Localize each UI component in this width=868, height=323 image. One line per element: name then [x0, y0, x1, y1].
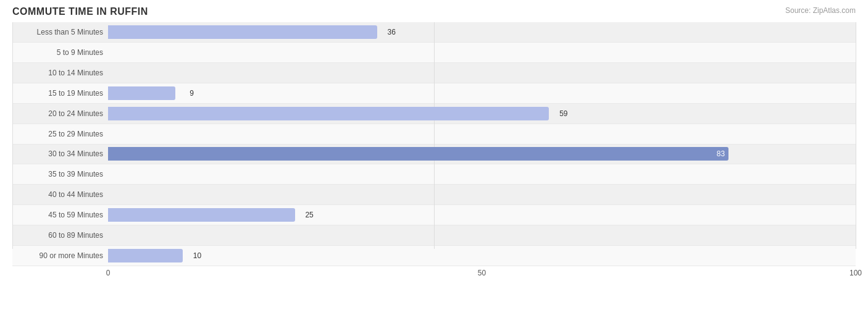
bar-value: 25	[305, 211, 313, 219]
bar-label: 60 to 89 Minutes	[12, 231, 108, 240]
bar-fill: 36	[108, 25, 377, 39]
bar-track	[108, 164, 856, 184]
bar-label: Less than 5 Minutes	[12, 28, 108, 36]
grid-line	[12, 22, 13, 249]
bar-label: 35 to 39 Minutes	[12, 170, 108, 178]
bar-row: 10 to 14 Minutes	[12, 63, 856, 83]
bar-fill: 9	[108, 86, 175, 100]
bar-track	[108, 185, 856, 204]
bar-value: 10	[193, 251, 201, 260]
bar-row: 60 to 89 Minutes	[12, 225, 856, 246]
bar-row: 20 to 24 Minutes59	[12, 104, 856, 124]
bar-track	[108, 225, 856, 245]
bar-track	[108, 43, 856, 62]
bar-value: 9	[190, 89, 194, 98]
bar-label: 15 to 19 Minutes	[12, 89, 108, 98]
x-axis-tick: 100	[849, 269, 862, 277]
bar-label: 40 to 44 Minutes	[12, 190, 108, 199]
bar-label: 20 to 24 Minutes	[12, 109, 108, 118]
x-axis-tick: 50	[478, 269, 486, 277]
bar-value: 83	[717, 149, 725, 158]
bar-label: 5 to 9 Minutes	[12, 48, 108, 57]
chart-container: COMMUTE TIME IN RUFFIN Source: ZipAtlas.…	[0, 0, 868, 323]
bars-area: Less than 5 Minutes365 to 9 Minutes10 to…	[12, 22, 856, 266]
bar-row: 40 to 44 Minutes	[12, 185, 856, 205]
x-axis: 050100	[108, 266, 856, 283]
bar-fill: 25	[108, 208, 295, 222]
grid-line	[856, 22, 856, 249]
bar-row: 5 to 9 Minutes	[12, 43, 856, 63]
chart-title: COMMUTE TIME IN RUFFIN	[12, 6, 148, 17]
bar-fill: 10	[108, 249, 183, 262]
chart-header: COMMUTE TIME IN RUFFIN Source: ZipAtlas.…	[12, 6, 856, 17]
bar-row: 30 to 34 Minutes83	[12, 145, 856, 165]
bar-value: 59	[559, 109, 567, 118]
bar-fill: 59	[108, 107, 549, 120]
bar-row: 15 to 19 Minutes9	[12, 83, 856, 104]
bar-track: 83	[108, 145, 856, 164]
bar-fill: 83	[108, 147, 728, 161]
bar-value: 36	[388, 28, 396, 36]
bar-label: 30 to 34 Minutes	[12, 149, 108, 158]
bar-row: 90 or more Minutes10	[12, 246, 856, 266]
bar-row: 45 to 59 Minutes25	[12, 205, 856, 225]
bar-track: 10	[108, 246, 856, 266]
bar-track	[108, 124, 856, 144]
bar-row: 25 to 29 Minutes	[12, 124, 856, 145]
bar-track: 36	[108, 22, 856, 42]
bar-row: 35 to 39 Minutes	[12, 164, 856, 185]
bar-label: 90 or more Minutes	[12, 251, 108, 260]
chart-body: Less than 5 Minutes365 to 9 Minutes10 to…	[12, 22, 856, 283]
bar-label: 45 to 59 Minutes	[12, 211, 108, 219]
bar-label: 25 to 29 Minutes	[12, 130, 108, 138]
bar-row: Less than 5 Minutes36	[12, 22, 856, 43]
bar-track	[108, 63, 856, 83]
bar-label: 10 to 14 Minutes	[12, 69, 108, 77]
x-axis-tick: 0	[106, 269, 111, 277]
chart-source: Source: ZipAtlas.com	[785, 6, 856, 15]
bar-track: 9	[108, 83, 856, 103]
bar-track: 59	[108, 104, 856, 124]
bar-track: 25	[108, 205, 856, 225]
